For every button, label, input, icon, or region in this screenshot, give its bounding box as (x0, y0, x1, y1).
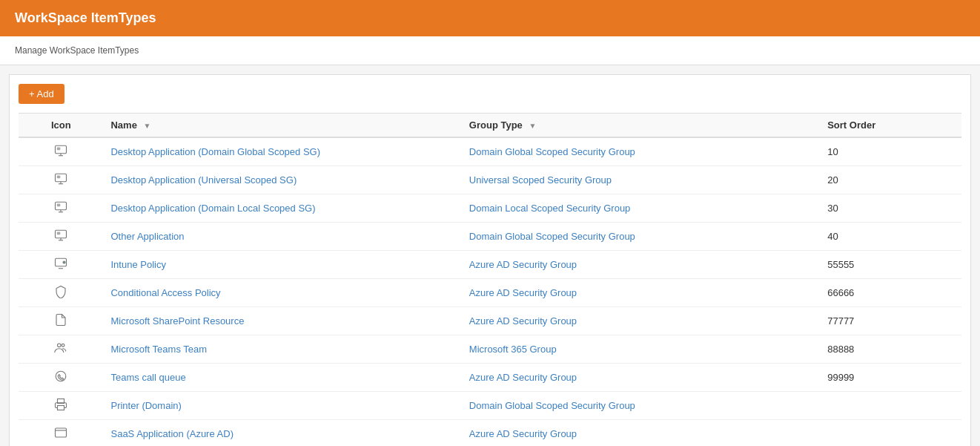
row-icon-cell (19, 335, 103, 364)
row-group-type-cell: Azure AD Security Group (462, 420, 820, 447)
row-name-link[interactable]: Microsoft SharePoint Resource (110, 315, 244, 327)
row-icon-cell (19, 392, 103, 420)
group-sort-icon: ▼ (529, 122, 536, 130)
row-group-type-cell: Domain Global Scoped Security Group (462, 223, 820, 251)
svg-rect-23 (58, 406, 64, 410)
row-name-link[interactable]: Desktop Application (Domain Global Scope… (110, 146, 320, 157)
page-header: WorkSpace ItemTypes (0, 0, 980, 36)
row-group-type-cell: Microsoft 365 Group (462, 335, 820, 364)
row-group-type-cell: Azure AD Security Group (462, 307, 820, 335)
table-row: Intune Policy Azure AD Security Group 55… (19, 251, 961, 279)
row-group-type-link[interactable]: Domain Global Scoped Security Group (469, 146, 635, 157)
row-group-type-cell: Universal Scoped Security Group (462, 166, 820, 194)
svg-rect-24 (56, 428, 67, 437)
row-icon-cell (19, 307, 103, 335)
row-group-type-link[interactable]: Domain Global Scoped Security Group (469, 400, 635, 411)
row-name-cell: Intune Policy (103, 251, 461, 279)
row-group-type-cell: Domain Local Scoped Security Group (462, 194, 820, 223)
add-button[interactable]: + Add (19, 84, 64, 104)
row-name-link[interactable]: SaaS Application (Azure AD) (110, 428, 233, 439)
row-name-link[interactable]: Conditional Access Policy (110, 287, 220, 298)
svg-point-20 (62, 344, 64, 347)
svg-point-17 (63, 261, 65, 263)
row-name-cell: Conditional Access Policy (103, 279, 461, 307)
row-name-link[interactable]: Printer (Domain) (110, 400, 181, 411)
row-group-type-link[interactable]: Azure AD Security Group (469, 287, 577, 298)
table-header-row: Icon Name ▼ Group Type ▼ Sort Order (19, 114, 961, 138)
table-row: Desktop Application (Domain Local Scoped… (19, 194, 961, 223)
row-name-cell: Microsoft SharePoint Resource (103, 307, 461, 335)
table-row: Desktop Application (Domain Global Scope… (19, 137, 961, 166)
row-sort-order-cell: 88888 (820, 335, 961, 364)
row-sort-order-cell: 20 (820, 166, 961, 194)
row-icon-cell (19, 251, 103, 279)
row-name-cell: Printer (Domain) (103, 392, 461, 420)
row-group-type-link[interactable]: Azure AD Security Group (469, 315, 577, 327)
row-icon-cell (19, 194, 103, 223)
row-group-type-link[interactable]: Domain Global Scoped Security Group (469, 231, 635, 242)
row-sort-order-cell: 30 (820, 194, 961, 223)
row-name-link[interactable]: Other Application (110, 231, 184, 242)
table-row: Microsoft SharePoint Resource Azure AD S… (19, 307, 961, 335)
row-group-type-cell: Azure AD Security Group (462, 251, 820, 279)
row-name-link[interactable]: Teams call queue (110, 372, 185, 383)
row-icon-cell (19, 279, 103, 307)
policy-icon (54, 261, 67, 272)
row-sort-order-cell: 99999 (820, 364, 961, 392)
shield-icon (54, 289, 67, 301)
file-icon (54, 318, 67, 329)
row-sort-order-cell: 10 (820, 137, 961, 166)
svg-rect-3 (57, 148, 61, 151)
row-icon-cell (19, 223, 103, 251)
printer-icon (54, 402, 67, 413)
content-area: + Add Icon Name ▼ Group Type ▼ Sort Orde… (9, 74, 971, 446)
page-title: WorkSpace ItemTypes (15, 10, 156, 25)
table-row: Other Application Domain Global Scoped S… (19, 223, 961, 251)
row-sort-order-cell: 77777 (820, 307, 961, 335)
row-icon-cell (19, 420, 103, 447)
row-name-cell: SaaS Application (Azure AD) (103, 420, 461, 447)
col-header-icon: Icon (19, 114, 103, 138)
name-sort-icon: ▼ (144, 122, 151, 130)
row-name-link[interactable]: Desktop Application (Domain Local Scoped… (110, 203, 315, 214)
col-header-group-type[interactable]: Group Type ▼ (462, 114, 820, 138)
row-name-cell: Desktop Application (Domain Global Scope… (103, 137, 461, 166)
row-name-link[interactable]: Intune Policy (110, 259, 165, 270)
svg-rect-7 (57, 176, 61, 179)
monitor-icon (54, 148, 67, 160)
row-group-type-link[interactable]: Universal Scoped Security Group (469, 174, 612, 186)
row-name-cell: Teams call queue (103, 364, 461, 392)
row-group-type-link[interactable]: Azure AD Security Group (469, 372, 577, 383)
subheader: Manage WorkSpace ItemTypes (0, 36, 980, 65)
row-group-type-link[interactable]: Microsoft 365 Group (469, 344, 557, 355)
row-group-type-link[interactable]: Azure AD Security Group (469, 428, 577, 439)
phone-icon (54, 374, 67, 385)
row-icon-cell (19, 137, 103, 166)
row-sort-order-cell (820, 392, 961, 420)
people-icon (54, 346, 67, 357)
monitor-icon (54, 177, 67, 188)
row-name-link[interactable]: Desktop Application (Universal Scoped SG… (110, 174, 297, 186)
saas-icon (54, 430, 67, 442)
row-group-type-cell: Domain Global Scoped Security Group (462, 137, 820, 166)
table-row: Microsoft Teams Team Microsoft 365 Group… (19, 335, 961, 364)
row-name-link[interactable]: Microsoft Teams Team (110, 344, 207, 355)
monitor-icon (54, 205, 67, 216)
row-group-type-cell: Azure AD Security Group (462, 364, 820, 392)
row-group-type-cell: Azure AD Security Group (462, 279, 820, 307)
row-name-cell: Other Application (103, 223, 461, 251)
table-row: Desktop Application (Universal Scoped SG… (19, 166, 961, 194)
subheader-text: Manage WorkSpace ItemTypes (15, 45, 139, 56)
table-row: Conditional Access Policy Azure AD Secur… (19, 279, 961, 307)
row-group-type-link[interactable]: Azure AD Security Group (469, 259, 577, 270)
col-header-name[interactable]: Name ▼ (103, 114, 461, 138)
svg-point-19 (58, 344, 62, 347)
row-sort-order-cell: 40 (820, 223, 961, 251)
row-sort-order-cell: 55555 (820, 251, 961, 279)
row-group-type-link[interactable]: Domain Local Scoped Security Group (469, 203, 631, 214)
row-name-cell: Desktop Application (Universal Scoped SG… (103, 166, 461, 194)
row-name-cell: Desktop Application (Domain Local Scoped… (103, 194, 461, 223)
items-table: Icon Name ▼ Group Type ▼ Sort Order (19, 113, 961, 446)
table-row: Printer (Domain) Domain Global Scoped Se… (19, 392, 961, 420)
row-group-type-cell: Domain Global Scoped Security Group (462, 392, 820, 420)
